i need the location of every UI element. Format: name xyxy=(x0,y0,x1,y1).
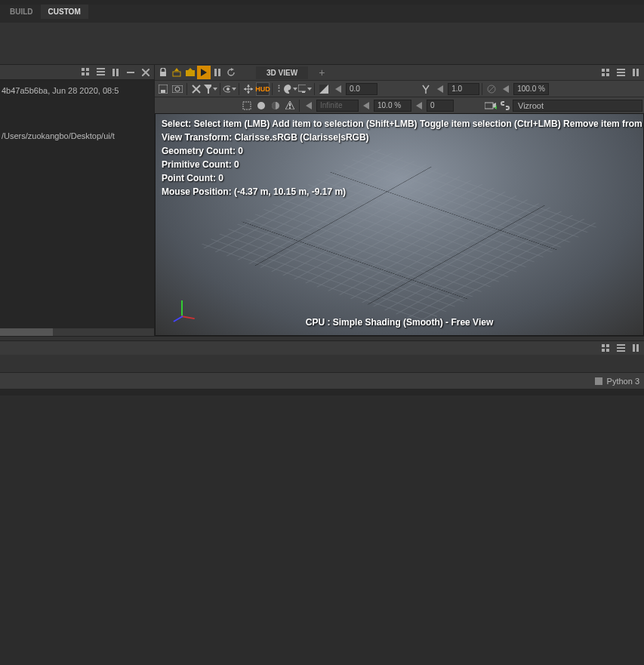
gamma-icon[interactable] xyxy=(419,82,433,96)
eye-icon[interactable] xyxy=(223,82,236,96)
zoom-field[interactable]: 100.0 % xyxy=(513,83,549,95)
disable-icon[interactable] xyxy=(485,82,498,96)
svg-rect-74 xyxy=(636,344,639,352)
grid-icon[interactable] xyxy=(80,68,91,77)
select-rect-icon[interactable] xyxy=(240,99,254,112)
minimize-icon[interactable] xyxy=(125,68,136,77)
console-line: /Users/zuokangbo/Desktop/ui/t xyxy=(2,128,153,143)
console-output[interactable]: 4b47a5b6ba, Jun 28 2020, 08:5 /Users/zuo… xyxy=(0,80,154,328)
python-toolbar: Python 3 xyxy=(0,373,644,389)
grid-plane xyxy=(198,147,600,324)
tools-icon[interactable] xyxy=(190,82,203,96)
svg-rect-13 xyxy=(173,72,180,76)
console-line xyxy=(2,113,153,128)
display-icon[interactable] xyxy=(298,82,312,96)
folder-up-icon[interactable] xyxy=(183,66,197,79)
svg-point-55 xyxy=(257,102,265,109)
lock-icon[interactable] xyxy=(156,66,170,79)
pause-icon[interactable] xyxy=(630,343,641,353)
svg-rect-71 xyxy=(617,347,625,349)
far-field[interactable]: 0 xyxy=(427,100,454,112)
grid-icon[interactable] xyxy=(600,343,611,353)
stepper-left-icon[interactable] xyxy=(433,82,447,96)
scrollbar-thumb[interactable] xyxy=(0,328,53,336)
palette-icon[interactable] xyxy=(284,82,297,96)
python-editor[interactable] xyxy=(0,389,644,665)
tab-build[interactable]: BUILD xyxy=(2,5,41,19)
svg-marker-14 xyxy=(174,68,179,71)
list-icon[interactable] xyxy=(615,343,626,353)
python-version-indicator[interactable]: Python 3 xyxy=(595,377,639,386)
svg-marker-36 xyxy=(204,85,211,94)
python-tab-area xyxy=(0,355,644,373)
stepper-left-icon[interactable] xyxy=(499,82,513,96)
pause-icon[interactable] xyxy=(630,68,641,77)
svg-rect-22 xyxy=(606,69,609,72)
near-pct-field[interactable]: 10.0 % xyxy=(374,100,411,112)
list-icon[interactable] xyxy=(95,68,106,77)
axis-gizmo xyxy=(171,300,193,328)
svg-rect-27 xyxy=(617,75,625,76)
camera-selector[interactable]: Vizroot xyxy=(513,100,642,112)
svg-rect-23 xyxy=(602,73,605,76)
sphere-half-icon[interactable] xyxy=(269,99,282,112)
svg-rect-45 xyxy=(298,85,306,91)
svg-marker-60 xyxy=(306,102,312,109)
python-panel: Python 3 xyxy=(0,341,644,665)
stepper-left-icon[interactable] xyxy=(331,82,345,96)
camera-up-icon[interactable] xyxy=(170,66,183,79)
svg-rect-24 xyxy=(606,73,609,76)
svg-rect-18 xyxy=(214,69,217,76)
svg-rect-58 xyxy=(289,103,291,106)
svg-rect-19 xyxy=(218,69,220,76)
svg-rect-12 xyxy=(160,72,166,76)
move-icon[interactable] xyxy=(242,82,255,96)
warning-icon[interactable] xyxy=(283,99,297,112)
overlay-render-mode: CPU : Simple Shading (Smooth) - Free Vie… xyxy=(306,317,493,328)
pause-icon[interactable] xyxy=(110,68,121,77)
save-icon[interactable] xyxy=(156,82,170,96)
play-button[interactable] xyxy=(197,66,211,79)
overlay-prim-count: Primitive Count: 0 xyxy=(162,159,239,170)
svg-marker-42 xyxy=(247,91,250,94)
svg-marker-44 xyxy=(251,88,253,91)
hud-toggle[interactable]: HUD xyxy=(256,82,270,96)
stepper-left-icon[interactable] xyxy=(359,99,373,112)
svg-rect-29 xyxy=(636,69,639,76)
svg-marker-43 xyxy=(244,88,246,91)
link-icon[interactable] xyxy=(498,99,512,112)
svg-line-52 xyxy=(488,86,495,92)
svg-rect-63 xyxy=(485,103,493,109)
tab-custom[interactable]: CUSTOM xyxy=(41,5,88,19)
camera-add-icon[interactable]: + xyxy=(484,99,498,112)
svg-rect-31 xyxy=(161,90,165,93)
svg-rect-67 xyxy=(606,344,609,347)
console-titlebar xyxy=(0,65,154,80)
exposure-icon[interactable] xyxy=(317,82,331,96)
pause-button[interactable] xyxy=(211,66,224,79)
tab-3dview[interactable]: 3D VIEW xyxy=(256,66,308,79)
svg-rect-9 xyxy=(127,72,134,73)
gamma-field[interactable]: 1.0 xyxy=(448,83,479,95)
svg-rect-0 xyxy=(82,68,85,71)
list-icon[interactable] xyxy=(615,68,626,77)
stepper-left-icon[interactable] xyxy=(412,99,426,112)
horizontal-splitter[interactable] xyxy=(0,336,644,341)
console-scrollbar[interactable] xyxy=(0,328,154,336)
stepper-left-icon[interactable] xyxy=(302,99,316,112)
sphere-solid-icon[interactable] xyxy=(254,99,268,112)
svg-point-38 xyxy=(226,88,230,91)
svg-rect-68 xyxy=(602,349,605,352)
grid-icon[interactable] xyxy=(600,68,611,77)
svg-marker-16 xyxy=(188,68,193,70)
viewport-3d[interactable]: Select: Select item (LMB) Add item to se… xyxy=(155,113,644,336)
near-clip-field[interactable]: Infinite xyxy=(316,100,359,112)
refresh-icon[interactable] xyxy=(224,66,238,79)
filter-icon[interactable] xyxy=(204,82,217,96)
add-tab-button[interactable]: + xyxy=(314,66,329,79)
snapshot-icon[interactable] xyxy=(171,82,184,96)
close-icon[interactable] xyxy=(140,68,151,77)
exposure-field[interactable]: 0.0 xyxy=(346,83,377,95)
svg-rect-3 xyxy=(86,72,89,75)
svg-rect-2 xyxy=(82,72,85,75)
